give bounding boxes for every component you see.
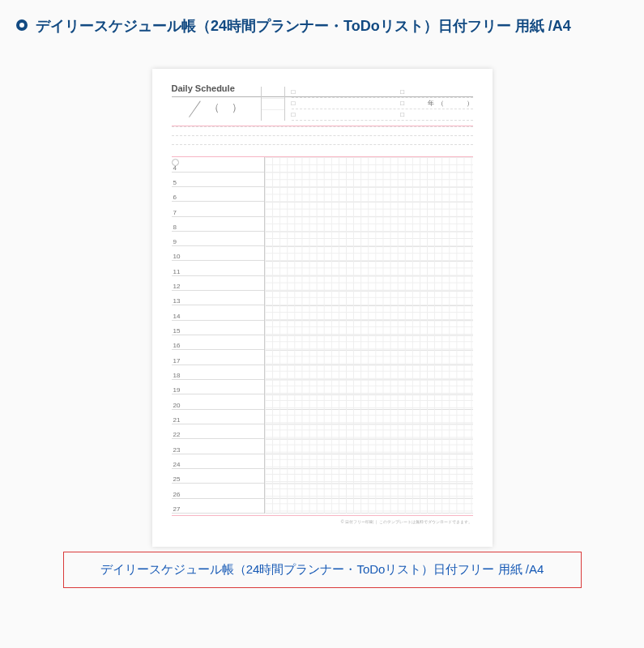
hour-row: 9 — [172, 232, 264, 246]
priority-grid — [261, 87, 285, 121]
date-slash-area: ／ （ ） — [172, 95, 261, 121]
hour-row: 13 — [172, 291, 264, 305]
hour-row: 24 — [172, 454, 264, 469]
hour-column: 4 5 6 7 8 9 10 11 12 13 14 15 16 17 18 1… — [172, 157, 264, 514]
clock-icon — [172, 159, 179, 166]
checkbox-icon: □ — [292, 88, 296, 96]
hour-row: 5 — [172, 173, 264, 187]
hour-row: 26 — [172, 484, 264, 498]
memo-line — [172, 135, 473, 144]
hour-row: 27 — [172, 499, 264, 514]
page-title: デイリースケジュール帳（24時間プランナー・ToDoリスト）日付フリー 用紙 /… — [36, 16, 571, 36]
hour-row: 12 — [172, 276, 264, 291]
checkbox-icon: □ — [400, 100, 404, 107]
preview-container: Daily Schedule 年 （ ） ／ （ ） □□ □□ □□ — [16, 69, 628, 547]
schedule-area: 4 5 6 7 8 9 10 11 12 13 14 15 16 17 18 1… — [172, 156, 473, 514]
hour-row: 21 — [172, 410, 264, 424]
hour-row: 7 — [172, 202, 264, 216]
page-header: デイリースケジュール帳（24時間プランナー・ToDoリスト）日付フリー 用紙 /… — [16, 16, 628, 36]
caption-text: デイリースケジュール帳（24時間プランナー・ToDoリスト）日付フリー 用紙 /… — [100, 562, 544, 576]
hour-row: 16 — [172, 335, 264, 350]
memo-line — [172, 126, 473, 135]
pink-divider-bottom — [172, 515, 473, 516]
checkbox-icon: □ — [292, 100, 296, 107]
grid-area — [264, 157, 473, 514]
hour-row: 20 — [172, 394, 264, 409]
hour-row: 17 — [172, 350, 264, 364]
hour-row: 8 — [172, 217, 264, 232]
template-page[interactable]: Daily Schedule 年 （ ） ／ （ ） □□ □□ □□ — [152, 69, 493, 547]
memo-line — [172, 144, 473, 153]
hour-row: 11 — [172, 261, 264, 275]
date-slash: ／ — [188, 95, 199, 121]
date-paren: （ ） — [209, 100, 248, 115]
hour-row: 19 — [172, 380, 264, 394]
hour-row: 25 — [172, 469, 264, 484]
hour-row: 18 — [172, 365, 264, 380]
hour-row: 22 — [172, 424, 264, 439]
bullet-icon — [16, 19, 28, 31]
hour-row: 14 — [172, 305, 264, 320]
checkbox-icon: □ — [400, 88, 404, 96]
hour-row: 10 — [172, 246, 264, 261]
copyright-note: © 日付フリー印刷 ｜ このテンプレートは無料でダウンロードできます。 — [172, 519, 473, 524]
todo-checkboxes: □□ □□ □□ — [285, 87, 473, 121]
checkbox-icon: □ — [400, 111, 404, 118]
hour-row: 4 — [172, 157, 264, 172]
caption-link[interactable]: デイリースケジュール帳（24時間プランナー・ToDoリスト）日付フリー 用紙 /… — [63, 552, 582, 588]
checkbox-icon: □ — [292, 111, 296, 118]
hour-row: 23 — [172, 439, 264, 454]
hour-row: 15 — [172, 321, 264, 335]
hour-row: 6 — [172, 187, 264, 202]
